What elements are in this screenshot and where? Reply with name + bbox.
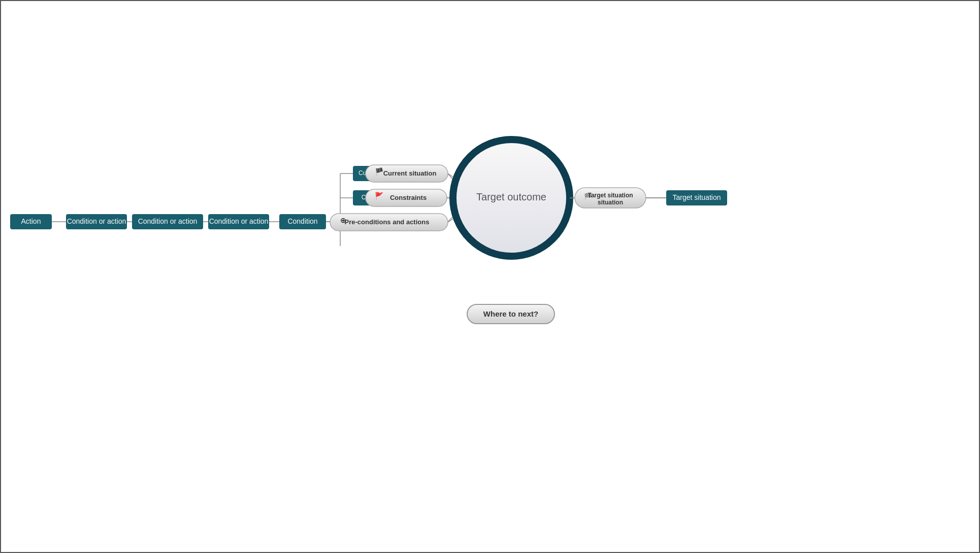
target-outcome-text: Target outcome: [476, 191, 546, 202]
target-situation-label: Target situation: [673, 193, 721, 201]
condition-node[interactable]: Condition: [279, 214, 326, 229]
current-situation-flag-icon: 🏴: [375, 167, 384, 176]
constraints-pill[interactable]: 🚩 Constraints: [366, 189, 447, 206]
target-situation-pill-text: Target situation: [587, 192, 633, 199]
current-situation-pill[interactable]: 🏴 Current situation: [366, 165, 448, 182]
preconditions-pill[interactable]: ⊕ Pre-conditions and actions: [330, 214, 448, 231]
target-situation-label-node[interactable]: Target situation: [666, 190, 727, 205]
constraints-pill-text: Constraints: [390, 194, 427, 201]
action-label: Action: [21, 217, 41, 225]
coa3-node[interactable]: Condition or action: [208, 214, 269, 229]
coa3-label: Condition or action: [209, 217, 269, 225]
coa2-node[interactable]: Condition or action: [132, 214, 203, 229]
coa1-label: Condition or action: [67, 217, 126, 225]
target-outcome-circle: Target outcome: [453, 140, 570, 256]
target-situation-pill[interactable]: 🏁 Target situation situation: [575, 188, 646, 208]
constraints-flag-icon: 🚩: [375, 192, 384, 200]
where-to-next-button[interactable]: Where to next?: [467, 304, 554, 324]
preconditions-pill-text: Pre-conditions and actions: [345, 218, 430, 226]
where-to-next-text: Where to next?: [483, 309, 538, 318]
action-node[interactable]: Action: [10, 214, 52, 229]
condition-label: Condition: [287, 217, 317, 225]
coa1-node[interactable]: Condition or action: [66, 214, 127, 229]
coa2-label: Condition or action: [138, 217, 198, 225]
current-situation-pill-text: Current situation: [383, 169, 437, 177]
target-situation-pill-text2: situation: [598, 199, 623, 206]
